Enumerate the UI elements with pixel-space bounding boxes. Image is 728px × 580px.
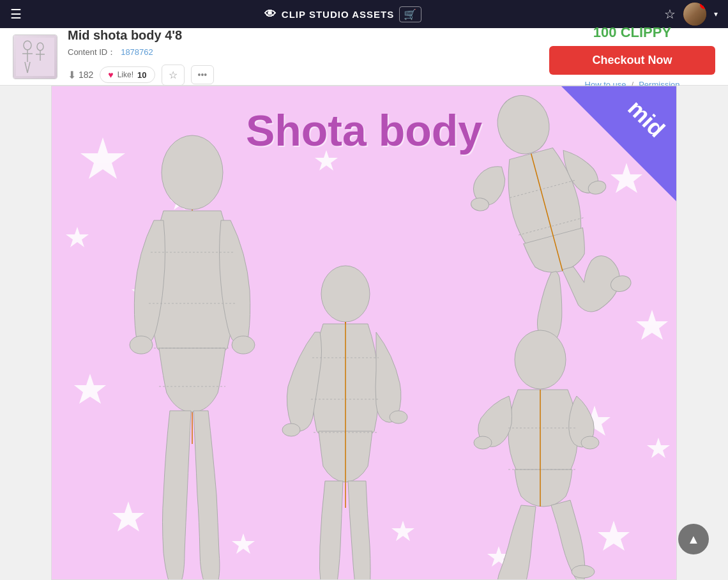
main-content: Shota body mid [0,86,728,580]
more-options-button[interactable]: ••• [191,65,215,84]
svg-point-37 [321,266,370,322]
scroll-top-icon: ▲ [687,532,700,547]
svg-point-53 [515,330,566,389]
content-header: Mid shota body 4'8 Content ID： 1878762 ⬇… [0,28,728,86]
price-label: 100 CLIPPY [593,24,671,41]
download-number: 182 [79,70,93,80]
checkout-section: 100 CLIPPY Checkout Now How to use / Per… [549,24,715,89]
site-name: CLIP STUDIO ASSETS [282,9,394,20]
download-count: ⬇ 182 [68,69,93,81]
content-id-row: Content ID： 1878762 [68,47,214,58]
cart-icon[interactable]: 🛒 [399,6,421,22]
svg-rect-0 [16,38,54,76]
svg-point-40 [390,411,407,424]
svg-point-29 [130,336,153,354]
content-left: Mid shota body 4'8 Content ID： 1878762 ⬇… [13,28,214,86]
svg-point-57 [581,436,599,449]
scroll-top-button[interactable]: ▲ [678,524,709,554]
content-info: Mid shota body 4'8 Content ID： 1878762 ⬇… [68,28,214,86]
hamburger-icon[interactable]: ☰ [10,6,22,22]
image-container: Shota body mid [51,86,677,580]
heart-icon: ♥ [108,70,113,80]
main-image: Shota body mid [51,86,677,580]
svg-point-39 [282,424,300,436]
svg-point-45 [491,89,556,160]
navbar-left: ☰ [10,6,22,22]
asset-title: Mid shota body 4'8 [68,28,214,43]
content-id-label: Content ID： [68,47,116,58]
download-icon: ⬇ [68,69,76,81]
asset-thumbnail [13,34,57,79]
svg-point-56 [474,436,492,449]
image-title: Shota body [246,105,482,155]
like-button[interactable]: ♥ Like! 10 [100,66,155,83]
like-count: 10 [137,70,146,80]
eye-icon: 👁 [264,8,277,21]
content-id-link[interactable]: 1878762 [121,47,153,57]
user-avatar[interactable]: 1 [683,3,706,26]
mid-banner [561,86,676,201]
bookmark-button[interactable]: ☆ [162,65,185,86]
svg-point-30 [232,336,255,354]
svg-point-26 [162,135,223,210]
actions-row: ⬇ 182 ♥ Like! 10 ☆ ••• [68,65,214,86]
user-menu[interactable]: 1 [683,3,706,26]
user-dropdown-icon[interactable]: ▾ [714,10,718,19]
navbar-right: ☆ 1 ▾ [664,3,718,26]
navbar-center: 👁 CLIP STUDIO ASSETS 🛒 [264,6,421,22]
checkout-button[interactable]: Checkout Now [549,46,715,75]
wishlist-icon[interactable]: ☆ [664,6,676,22]
like-label: Like! [118,70,133,79]
svg-point-55 [572,565,595,578]
